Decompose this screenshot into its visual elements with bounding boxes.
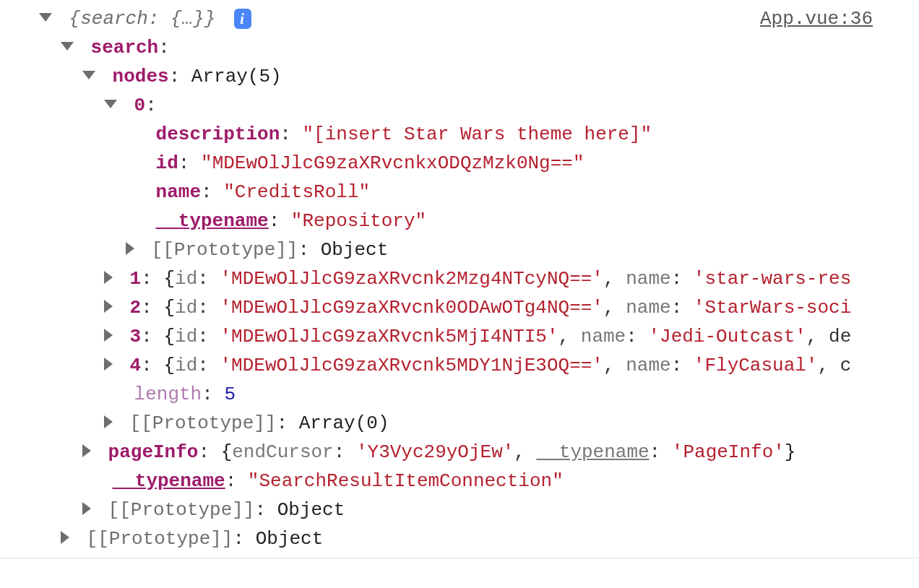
array-item-row[interactable]: 2: {id: 'MDEwOlJlcG9zaXRvcnk0ODAwOTg4NQ=…: [0, 293, 919, 322]
overflow-text: , de: [806, 326, 851, 347]
val-typename: "SearchResultItemConnection": [248, 470, 564, 492]
val-prototype: Object: [277, 499, 345, 521]
disclosure-icon[interactable]: [104, 329, 113, 342]
val-name: 'FlyCasual': [694, 355, 818, 376]
val-description: "[insert Star Wars theme here]": [302, 124, 652, 145]
val-id: 'MDEwOlJlcG9zaXRvcnk5MDY1NjE3OQ==': [220, 355, 603, 376]
prototype-row[interactable]: [[Prototype]]: Array(0): [0, 409, 919, 438]
root-preview: {search: {…}}: [69, 8, 216, 30]
val-id: 'MDEwOlJlcG9zaXRvcnk5MjI4NTI5': [220, 326, 558, 347]
key-description: description: [156, 124, 280, 145]
disclosure-icon[interactable]: [104, 100, 117, 108]
val-id: 'MDEwOlJlcG9zaXRvcnk2Mzg4NTcyNQ==': [220, 268, 603, 290]
val-prototype: Object: [256, 528, 324, 550]
disclosure-icon[interactable]: [104, 415, 113, 428]
search-row[interactable]: search:: [0, 33, 919, 62]
nodes-row[interactable]: nodes: Array(5): [0, 62, 919, 91]
key-endcursor: endCursor: [232, 441, 333, 463]
key-id: id: [175, 355, 197, 376]
prototype-row[interactable]: [[Prototype]]: Object: [0, 235, 919, 264]
val-length: 5: [224, 384, 236, 405]
key-prototype: [[Prototype]]: [130, 412, 277, 434]
key-index: 3: [130, 326, 142, 347]
val-typename: "Repository": [291, 210, 426, 232]
property-row[interactable]: description: "[insert Star Wars theme he…: [0, 120, 919, 149]
val-name: 'Jedi-Outcast': [648, 326, 806, 347]
disclosure-icon[interactable]: [82, 444, 91, 457]
key-name: name: [626, 268, 670, 290]
array-item-row[interactable]: 1: {id: 'MDEwOlJlcG9zaXRvcnk2Mzg4NTcyNQ=…: [0, 264, 919, 293]
array-item-row[interactable]: 0:: [0, 91, 919, 120]
disclosure-icon[interactable]: [104, 271, 113, 284]
disclosure-icon[interactable]: [82, 71, 95, 79]
key-prototype: [[Prototype]]: [152, 239, 298, 261]
val-typename: 'PageInfo': [672, 441, 785, 463]
disclosure-icon[interactable]: [104, 300, 113, 313]
disclosure-icon[interactable]: [126, 242, 134, 255]
disclosure-icon[interactable]: [61, 531, 69, 544]
key-typename: __typename: [537, 441, 650, 463]
val-endcursor: 'Y3Vyc29yOjEw': [356, 441, 514, 463]
key-prototype: [[Prototype]]: [87, 528, 233, 550]
disclosure-icon[interactable]: [39, 13, 52, 22]
key-name: name: [581, 326, 626, 347]
key-typename: __typename: [156, 210, 269, 232]
key-pageinfo: pageInfo: [108, 441, 199, 463]
key-id: id: [175, 268, 197, 290]
length-row[interactable]: length: 5: [0, 380, 919, 409]
key-id: id: [156, 152, 178, 174]
val-id: "MDEwOlJlcG9zaXRvcnkxODQzMzk0Ng==": [201, 152, 584, 174]
key-name: name: [626, 355, 670, 376]
property-row[interactable]: name: "CreditsRoll": [0, 178, 919, 207]
disclosure-icon[interactable]: [61, 42, 74, 51]
val-prototype: Object: [321, 239, 389, 261]
nodes-preview: Array(5): [191, 66, 282, 87]
val-name: 'star-wars-res: [694, 268, 851, 290]
key-name: name: [626, 297, 670, 319]
property-row[interactable]: id: "MDEwOlJlcG9zaXRvcnkxODQzMzk0Ng==": [0, 149, 919, 178]
property-row[interactable]: __typename: "SearchResultItemConnection": [0, 467, 919, 496]
key-length: length: [134, 384, 202, 405]
key-typename: __typename: [113, 470, 225, 492]
disclosure-icon[interactable]: [104, 358, 113, 371]
key-index: 4: [130, 355, 142, 376]
key-index: 0: [134, 95, 146, 116]
key-prototype: [[Prototype]]: [108, 499, 255, 521]
overflow-text: , c: [817, 355, 851, 376]
key-nodes: nodes: [113, 66, 169, 87]
key-search: search: [91, 37, 159, 59]
array-item-row[interactable]: 3: {id: 'MDEwOlJlcG9zaXRvcnk5MjI4NTI5', …: [0, 322, 919, 351]
source-link[interactable]: App.vue:36: [760, 4, 873, 33]
info-icon[interactable]: i: [234, 9, 251, 29]
val-name: "CreditsRoll": [223, 181, 370, 203]
key-name: name: [156, 181, 201, 203]
array-item-row[interactable]: 4: {id: 'MDEwOlJlcG9zaXRvcnk5MDY1NjE3OQ=…: [0, 351, 919, 380]
key-index: 2: [130, 297, 142, 319]
val-id: 'MDEwOlJlcG9zaXRvcnk0ODAwOTg4NQ==': [220, 297, 603, 319]
val-prototype: Array(0): [299, 412, 389, 434]
property-row[interactable]: __typename: "Repository": [0, 207, 919, 235]
console-log-entry: App.vue:36 {search: {…}} i search: nodes…: [0, 0, 919, 558]
disclosure-icon[interactable]: [82, 502, 91, 515]
val-name: 'StarWars-soci: [694, 297, 851, 319]
pageinfo-row[interactable]: pageInfo: {endCursor: 'Y3Vyc29yOjEw', __…: [0, 438, 919, 467]
prototype-row[interactable]: [[Prototype]]: Object: [0, 496, 919, 524]
key-id: id: [175, 326, 197, 347]
prototype-row[interactable]: [[Prototype]]: Object: [0, 524, 919, 553]
key-index: 1: [130, 268, 142, 290]
key-id: id: [175, 297, 197, 319]
